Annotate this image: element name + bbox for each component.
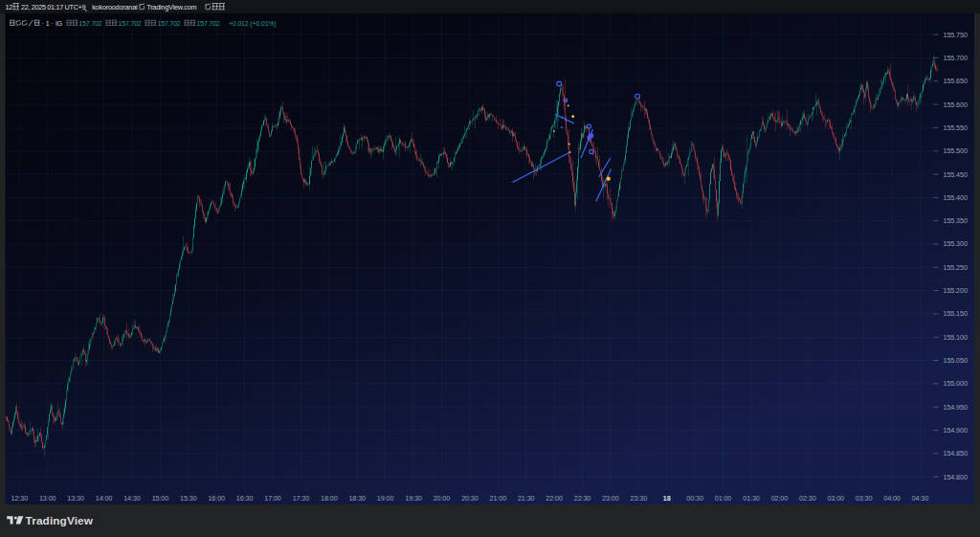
svg-text:157.702: 157.702 [197, 20, 220, 27]
svg-text:155.050: 155.050 [944, 356, 968, 365]
svg-text:00:30: 00:30 [686, 494, 703, 503]
svg-text:18:00: 18:00 [321, 494, 338, 503]
svg-text:01:00: 01:00 [715, 494, 732, 503]
svg-text:154.800: 154.800 [944, 473, 968, 481]
svg-text:155.550: 155.550 [944, 123, 968, 132]
svg-text:22:00: 22:00 [546, 494, 563, 503]
svg-text:20:30: 20:30 [461, 494, 479, 503]
svg-text:154.850: 154.850 [944, 449, 968, 458]
svg-text:155.600: 155.600 [944, 101, 968, 109]
svg-text:155.500: 155.500 [944, 146, 968, 155]
svg-text:155.150: 155.150 [944, 309, 968, 318]
svg-text:155.200: 155.200 [944, 286, 968, 295]
svg-text:02:30: 02:30 [799, 494, 816, 503]
svg-text:03:30: 03:30 [856, 494, 873, 503]
svg-text:14:00: 14:00 [96, 494, 113, 503]
svg-text:157.702: 157.702 [119, 20, 142, 27]
svg-text:155.250: 155.250 [944, 263, 968, 272]
svg-text:04:30: 04:30 [912, 494, 929, 503]
svg-text:155.100: 155.100 [944, 333, 968, 342]
svg-text:154.950: 154.950 [944, 403, 968, 412]
svg-text:20:00: 20:00 [434, 494, 451, 503]
svg-text:155.650: 155.650 [944, 77, 968, 85]
svg-text:01:30: 01:30 [743, 494, 760, 503]
svg-text:02:00: 02:00 [771, 494, 789, 503]
svg-text:· 1 · IG: · 1 · IG [42, 20, 63, 27]
svg-text:17:00: 17:00 [264, 494, 281, 503]
svg-text:157.702: 157.702 [79, 20, 102, 27]
svg-text:18: 18 [663, 494, 671, 503]
svg-text:155.700: 155.700 [944, 54, 968, 62]
svg-text:22:30: 22:30 [574, 494, 591, 503]
svg-text:16:30: 16:30 [236, 494, 254, 503]
svg-text:23:30: 23:30 [631, 494, 648, 503]
svg-text:15:00: 15:00 [152, 494, 169, 503]
svg-text:155.750: 155.750 [944, 31, 968, 39]
svg-text:13:30: 13:30 [67, 494, 84, 503]
svg-text:155.400: 155.400 [944, 193, 968, 202]
svg-text:17:30: 17:30 [293, 494, 310, 503]
svg-text:15:30: 15:30 [180, 494, 197, 503]
svg-text:19:00: 19:00 [377, 494, 394, 503]
svg-text:155.450: 155.450 [944, 170, 968, 179]
svg-text:155.300: 155.300 [944, 239, 968, 248]
svg-text:21:00: 21:00 [490, 494, 507, 503]
svg-text:16:00: 16:00 [208, 494, 225, 503]
svg-text:04:00: 04:00 [883, 494, 901, 503]
svg-text:14:30: 14:30 [123, 494, 141, 503]
svg-text:+0.012 (+0.01%): +0.012 (+0.01%) [229, 20, 277, 28]
svg-text:13:00: 13:00 [39, 494, 56, 503]
svg-text:155.350: 155.350 [944, 216, 968, 225]
svg-text:12:30: 12:30 [11, 494, 29, 503]
svg-text:18:30: 18:30 [348, 494, 366, 503]
svg-text:03:00: 03:00 [827, 494, 844, 503]
svg-text:23:00: 23:00 [602, 494, 619, 503]
svg-text:157.702: 157.702 [158, 20, 181, 27]
svg-text:154.900: 154.900 [944, 426, 968, 435]
svg-text:21:30: 21:30 [518, 494, 535, 503]
svg-text:155.000: 155.000 [944, 379, 968, 388]
svg-text:19:30: 19:30 [405, 494, 422, 503]
